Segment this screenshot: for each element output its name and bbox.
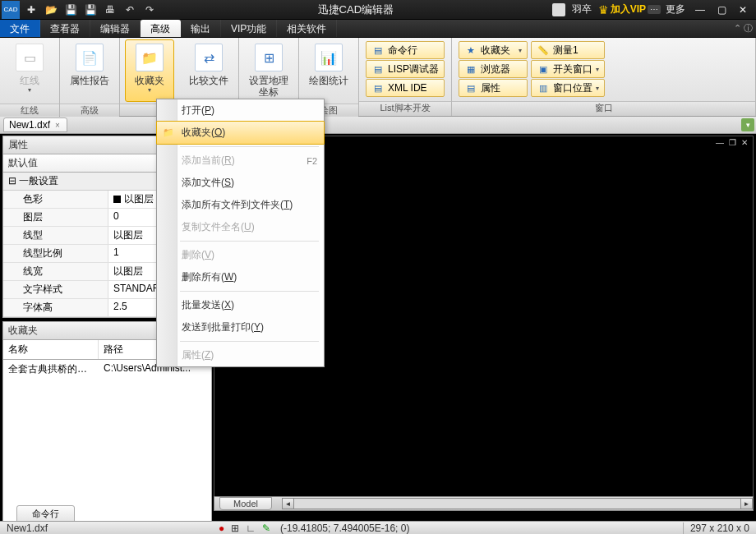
- fav-name: 全套古典拱桥的结...: [3, 360, 99, 379]
- canvas-restore-icon[interactable]: ❐: [727, 138, 738, 147]
- globe-icon: ⊞: [255, 44, 283, 71]
- toggle-window-button[interactable]: ▣开关窗口▾: [531, 60, 605, 78]
- document-tabs: New1.dxf × ▾: [0, 117, 756, 134]
- more-icon[interactable]: ⋯: [648, 5, 661, 14]
- model-tab[interactable]: Model: [219, 497, 272, 510]
- menu-viewer[interactable]: 查看器: [40, 20, 90, 37]
- ribbon-group-advanced: 📄属性报告 高级: [60, 38, 120, 116]
- chevron-down-icon: ▾: [596, 66, 599, 73]
- measure-button[interactable]: 📏测量1: [531, 41, 605, 59]
- group-label: 高级: [60, 104, 119, 117]
- minimize-button[interactable]: —: [690, 2, 710, 18]
- menu-advanced[interactable]: 高级: [141, 20, 181, 37]
- draw-stats-button[interactable]: 📊绘图统计: [304, 39, 353, 102]
- folder-icon: 📁: [162, 127, 175, 140]
- fav-list: 全套古典拱桥的结... C:\Users\Administ...: [2, 360, 212, 524]
- model-tabs-row: Model ◄ ►: [214, 496, 754, 511]
- save-icon[interactable]: 💾: [61, 1, 81, 19]
- menu-item[interactable]: 发送到批量打印(Y): [157, 316, 324, 338]
- title-right: 羽卒 ♛ 加入VIP ⋯ 更多 — ▢ ✕: [552, 2, 756, 18]
- props-icon: ▤: [464, 81, 477, 94]
- group-label: 窗口: [452, 101, 755, 116]
- status-coords: (-19.41805; 7.494005E-16; 0): [275, 522, 414, 534]
- vip-button[interactable]: 加入VIP: [611, 2, 646, 16]
- canvas-close-icon[interactable]: ✕: [740, 138, 749, 147]
- report-icon: 📄: [76, 44, 104, 71]
- ribbon: ▭红线▾ 红线 📄属性报告 高级 📁收藏夹▾ ⇄比较文件 ⊞设置地理坐标 地理坐…: [0, 38, 756, 117]
- document-tab[interactable]: New1.dxf ×: [3, 117, 67, 132]
- menu-output[interactable]: 输出: [181, 20, 221, 37]
- expand-tabs-icon[interactable]: ▾: [741, 118, 754, 131]
- commandline-tab[interactable]: 命令行: [16, 505, 75, 522]
- chevron-down-icon: ▾: [596, 85, 599, 92]
- lisp-debug-button[interactable]: ▤LISP调试器: [366, 60, 445, 78]
- menu-item[interactable]: 批量发送(X): [157, 294, 324, 316]
- scroll-left-icon[interactable]: ◄: [282, 498, 294, 509]
- stats-icon: 📊: [315, 44, 343, 71]
- ribbon-group-window: ★收藏夹▾ ▦浏览器 ▤属性 📏测量1 ▣开关窗口▾ ▥窗口位置▾ 窗口: [452, 38, 756, 116]
- canvas-min-icon[interactable]: —: [714, 138, 726, 147]
- title-bar: CAD ✚ 📂 💾 💾 🖶 ↶ ↷ 迅捷CAD编辑器 羽卒 ♛ 加入VIP ⋯ …: [0, 0, 756, 20]
- redline-button[interactable]: ▭红线▾: [5, 39, 54, 102]
- fav-col-name[interactable]: 名称: [3, 340, 99, 359]
- geo-button[interactable]: ⊞设置地理坐标: [244, 39, 293, 102]
- record-icon[interactable]: ●: [219, 522, 224, 534]
- folder-star-icon: 📁: [136, 44, 164, 71]
- menu-separator: [180, 146, 319, 147]
- menu-file[interactable]: 文件: [0, 20, 40, 37]
- redline-icon: ▭: [16, 44, 44, 71]
- compare-button[interactable]: ⇄比较文件: [184, 39, 233, 102]
- props-button[interactable]: ▤属性: [459, 79, 528, 97]
- xml-ide-button[interactable]: ▤XML IDE: [366, 79, 445, 97]
- user-avatar-icon[interactable]: [552, 3, 565, 16]
- open-icon[interactable]: 📂: [41, 1, 61, 19]
- chevron-down-icon: ▾: [519, 47, 522, 54]
- favorites-button[interactable]: 📁收藏夹▾: [125, 39, 174, 102]
- ortho-icon[interactable]: ∟: [246, 522, 256, 534]
- redo-icon[interactable]: ↷: [140, 1, 159, 19]
- app-title: 迅捷CAD编辑器: [159, 2, 552, 17]
- menu-related[interactable]: 相关软件: [277, 20, 337, 37]
- window-pos-button[interactable]: ▥窗口位置▾: [531, 79, 605, 97]
- prop-report-button[interactable]: 📄属性报告: [65, 39, 114, 102]
- maximize-button[interactable]: ▢: [712, 2, 731, 18]
- grid-icon[interactable]: ⊞: [231, 522, 239, 534]
- undo-icon[interactable]: ↶: [120, 1, 140, 19]
- layout-icon: ▥: [537, 81, 550, 94]
- fav-col-path[interactable]: 路径: [99, 340, 128, 359]
- doc-tab-label: New1.dxf: [9, 119, 50, 131]
- saveas-icon[interactable]: 💾: [81, 1, 100, 19]
- ribbon-collapse-icon[interactable]: ⌃ ⓘ: [734, 22, 753, 35]
- crown-icon: ♛: [598, 3, 609, 16]
- star-icon: ★: [464, 44, 477, 57]
- menu-item: 删除(V): [157, 244, 324, 266]
- scroll-right-icon[interactable]: ►: [740, 498, 753, 509]
- menu-item[interactable]: 删除所有(W): [157, 266, 324, 288]
- menu-item[interactable]: 添加所有文件到文件夹(T): [157, 194, 324, 216]
- menu-vip[interactable]: VIP功能: [221, 20, 277, 37]
- ruler-icon: 📏: [537, 44, 550, 57]
- status-bar: New1.dxf ● ⊞ ∟ ✎ (-19.41805; 7.494005E-1…: [0, 521, 756, 534]
- cmdline-button[interactable]: ▤命令行: [366, 41, 445, 59]
- close-tab-icon[interactable]: ×: [53, 121, 62, 130]
- menu-item[interactable]: 📁收藏夹(O): [156, 121, 325, 145]
- menu-item[interactable]: 添加文件(S): [157, 172, 324, 194]
- terminal-icon: ▤: [371, 44, 385, 57]
- fav-panel-button[interactable]: ★收藏夹▾: [459, 41, 528, 59]
- close-button[interactable]: ✕: [733, 2, 753, 18]
- menu-separator: [180, 341, 319, 342]
- scroll-track[interactable]: [294, 498, 740, 509]
- snap-icon[interactable]: ✎: [262, 522, 270, 534]
- window-icon: ▣: [537, 62, 550, 76]
- menu-item[interactable]: 打开(P): [157, 99, 324, 122]
- color-swatch-icon: [113, 196, 121, 203]
- group-label: 红线: [0, 104, 59, 117]
- user-name[interactable]: 羽卒: [567, 2, 597, 16]
- print-icon[interactable]: 🖶: [100, 1, 120, 19]
- menu-editor[interactable]: 编辑器: [90, 20, 141, 37]
- browser-button[interactable]: ▦浏览器: [459, 60, 528, 78]
- new-icon[interactable]: ✚: [21, 1, 41, 19]
- horizontal-scrollbar[interactable]: ◄ ►: [282, 497, 753, 510]
- app-icon[interactable]: CAD: [2, 1, 20, 19]
- more-label[interactable]: 更多: [662, 2, 689, 16]
